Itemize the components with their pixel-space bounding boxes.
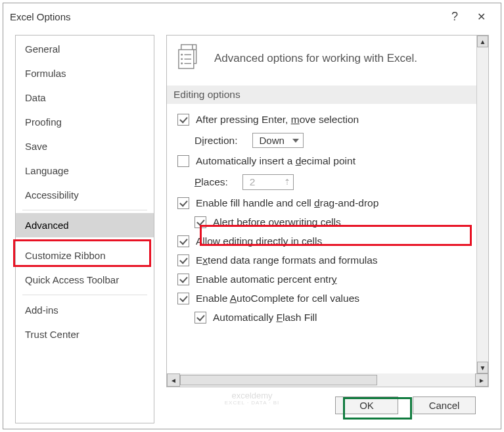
close-icon[interactable]: ✕	[468, 7, 494, 26]
option-edit-in-cell[interactable]: Allow editing directly in cells	[177, 235, 475, 248]
checkbox-fill-handle[interactable]	[177, 197, 189, 209]
checkbox-autocomplete[interactable]	[177, 293, 189, 304]
svg-point-4	[181, 58, 183, 60]
places-label: Places:	[195, 176, 228, 188]
option-label: After pressing Enter, move selection	[196, 114, 359, 126]
sidebar-item-proofing[interactable]: Proofing	[16, 110, 154, 134]
titlebar: Excel Options ? ✕	[3, 3, 501, 35]
scroll-thumb[interactable]	[180, 375, 377, 385]
svg-point-2	[181, 54, 183, 56]
option-fill-handle[interactable]: Enable fill handle and cell drag-and-dro…	[177, 197, 475, 210]
content-header-text: Advanced options for working with Excel.	[214, 52, 417, 65]
checkbox-percent-entry[interactable]	[177, 274, 189, 285]
content-panel: Advanced options for working with Excel.…	[166, 35, 489, 387]
sidebar-item-accessibility[interactable]: Accessibility	[16, 183, 154, 207]
sidebar-item-quick-access[interactable]: Quick Access Toolbar	[16, 268, 154, 292]
checkbox-move-after-enter[interactable]	[177, 114, 189, 126]
option-percent-entry[interactable]: Enable automatic percent entry	[177, 273, 475, 286]
places-spinner[interactable]: 2	[242, 174, 294, 190]
option-extend-formats[interactable]: Extend data range formats and formulas	[177, 254, 475, 267]
scroll-up-arrow-icon[interactable]: ▲	[477, 36, 488, 47]
option-label: Alert before overwriting cells	[213, 216, 341, 228]
checkbox-extend-formats[interactable]	[177, 254, 189, 266]
cancel-button[interactable]: Cancel	[413, 396, 476, 414]
direction-row: Direction: Down	[195, 132, 475, 149]
sidebar-item-advanced[interactable]: Advanced	[16, 213, 154, 237]
scroll-right-arrow-icon[interactable]: ►	[475, 373, 488, 387]
svg-point-6	[181, 62, 183, 64]
sidebar-item-data[interactable]: Data	[16, 85, 154, 110]
direction-dropdown[interactable]: Down	[252, 133, 304, 148]
option-alert-overwrite[interactable]: Alert before overwriting cells	[195, 216, 475, 229]
option-label: Extend data range formats and formulas	[196, 254, 378, 266]
option-label: Enable automatic percent entry	[196, 274, 337, 285]
option-flash-fill[interactable]: Automatically Flash Fill	[195, 311, 475, 324]
option-move-after-enter[interactable]: After pressing Enter, move selection	[177, 113, 475, 126]
vertical-scrollbar[interactable]: ▲ ▼	[476, 36, 488, 373]
sidebar-item-general[interactable]: General	[16, 37, 154, 61]
document-list-icon	[177, 43, 205, 74]
content-inner: Advanced options for working with Excel.…	[167, 36, 488, 387]
scroll-track[interactable]	[477, 47, 488, 362]
checkbox-flash-fill[interactable]	[195, 312, 206, 324]
checkbox-edit-in-cell[interactable]	[177, 235, 189, 247]
option-label: Allow editing directly in cells	[196, 235, 322, 247]
option-label: Enable fill handle and cell drag-and-dro…	[196, 197, 378, 209]
option-autocomplete[interactable]: Enable AutoComplete for cell values	[177, 292, 475, 305]
section-editing-options: Editing options	[167, 85, 488, 104]
option-decimal-point[interactable]: Automatically insert a decimal point	[177, 155, 475, 168]
sidebar-item-language[interactable]: Language	[16, 158, 154, 183]
scroll-left-arrow-icon[interactable]: ◄	[167, 373, 180, 387]
dialog-title: Excel Options	[10, 11, 442, 22]
option-label: Automatically insert a decimal point	[196, 155, 355, 167]
direction-label: Direction:	[195, 135, 238, 147]
ok-button[interactable]: OK	[335, 396, 398, 414]
places-row: Places: 2	[195, 174, 475, 191]
option-label: Enable AutoComplete for cell values	[196, 293, 359, 304]
sidebar-item-addins[interactable]: Add-ins	[16, 298, 154, 322]
sidebar-item-formulas[interactable]: Formulas	[16, 61, 154, 85]
dialog-body: General Formulas Data Proofing Save Lang…	[3, 35, 501, 429]
checkbox-alert-overwrite[interactable]	[195, 216, 206, 228]
sidebar-item-save[interactable]: Save	[16, 134, 154, 158]
sidebar-separator	[22, 210, 147, 210]
sidebar-separator	[22, 240, 147, 241]
sidebar-item-customize-ribbon[interactable]: Customize Ribbon	[16, 243, 154, 268]
content-header: Advanced options for working with Excel.	[177, 43, 475, 74]
excel-options-dialog: Excel Options ? ✕ General Formulas Data …	[3, 3, 501, 429]
option-label: Automatically Flash Fill	[213, 312, 317, 324]
category-sidebar: General Formulas Data Proofing Save Lang…	[15, 35, 154, 423]
checkbox-decimal-point[interactable]	[177, 155, 189, 167]
scroll-track[interactable]	[377, 373, 475, 387]
sidebar-item-trust-center[interactable]: Trust Center	[16, 322, 154, 347]
content-column: Advanced options for working with Excel.…	[166, 35, 489, 423]
help-icon[interactable]: ?	[442, 7, 468, 26]
scroll-down-arrow-icon[interactable]: ▼	[477, 362, 488, 373]
horizontal-scrollbar[interactable]: ◄ ►	[167, 373, 488, 387]
sidebar-separator	[22, 295, 147, 295]
dialog-footer: OK Cancel	[166, 387, 489, 423]
